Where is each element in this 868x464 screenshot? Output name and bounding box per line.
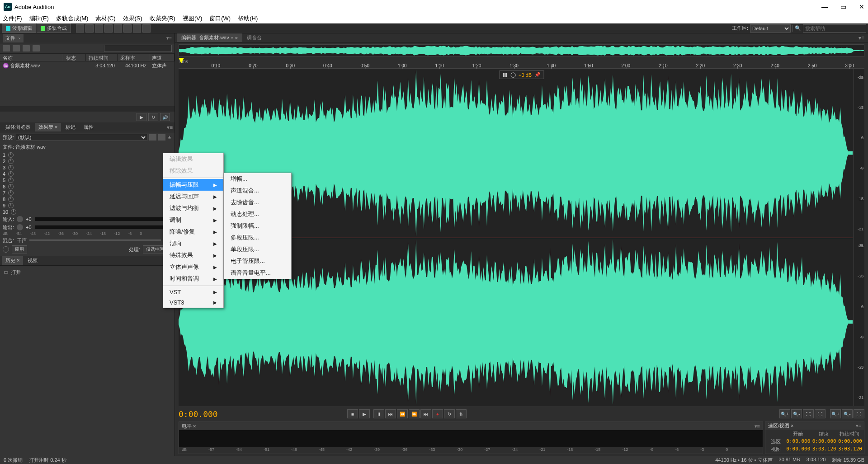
gain-hud[interactable]: ▮▮ ◯ +0 dB 📌: [499, 70, 544, 79]
zoom-full-icon[interactable]: ⛶: [803, 409, 814, 418]
preset-select[interactable]: (默认): [16, 134, 147, 141]
tab-video[interactable]: 视频: [24, 256, 41, 265]
panel-menu-icon[interactable]: ▾≡: [856, 423, 861, 429]
ctx-edit-effect[interactable]: 编辑效果: [163, 153, 223, 165]
ctx-item[interactable]: 振幅与压限▶: [163, 179, 223, 191]
tab-markers[interactable]: 标记: [62, 123, 79, 131]
menu-help[interactable]: 帮助(H): [238, 14, 258, 23]
delete-preset-icon[interactable]: [158, 134, 165, 141]
power-icon[interactable]: [8, 152, 14, 158]
forward-button[interactable]: ⏩: [409, 409, 420, 418]
col-name[interactable]: 名称: [0, 54, 63, 61]
time-ruler[interactable]: hms 0:100:200:300:400:501:001:101:201:30…: [179, 58, 864, 69]
power-icon[interactable]: [8, 165, 14, 170]
mixer-tab[interactable]: 调音台: [242, 33, 266, 42]
submenu-item[interactable]: 声道混合...: [224, 185, 291, 197]
menu-edit[interactable]: 编辑(E): [29, 14, 49, 23]
submenu-item[interactable]: 去除齿音...: [224, 197, 291, 208]
effect-slot[interactable]: 7▶: [0, 190, 175, 196]
effect-slot[interactable]: 1▶: [0, 152, 175, 158]
ctx-item[interactable]: 延迟与回声▶: [163, 191, 223, 202]
menu-view[interactable]: 视图(V): [183, 14, 202, 23]
pause-button[interactable]: ⏸: [373, 409, 384, 418]
col-duration[interactable]: 持续时间: [86, 54, 118, 61]
panel-menu-icon[interactable]: ▾≡: [167, 124, 173, 131]
bypass-toggle-icon[interactable]: ★: [167, 135, 172, 141]
files-tab[interactable]: 文件 ×: [3, 34, 24, 42]
mode-multitrack-tab[interactable]: 多轨合成: [37, 23, 71, 33]
minimize-button[interactable]: —: [821, 3, 828, 10]
effect-slot[interactable]: 5▶: [0, 177, 175, 183]
submenu-item[interactable]: 增幅...: [224, 173, 291, 185]
menu-clip[interactable]: 素材(C): [95, 14, 115, 23]
submenu-item[interactable]: 多段压限...: [224, 232, 291, 244]
effect-slot[interactable]: 10▶: [0, 209, 175, 215]
mix-slider[interactable]: [29, 239, 161, 241]
ctx-item[interactable]: 降噪/修复▶: [163, 226, 223, 238]
preview-play-button[interactable]: ▶: [137, 113, 146, 121]
col-channels[interactable]: 声道: [149, 54, 175, 61]
apply-button[interactable]: 应用: [12, 245, 27, 253]
submenu-item[interactable]: 强制限幅...: [224, 220, 291, 232]
editor-file-tab[interactable]: 编辑器: 音频素材.wav▾×: [177, 33, 242, 42]
waveform-overview[interactable]: [179, 44, 864, 57]
tool-marquee[interactable]: [114, 24, 122, 33]
zoom-in-icon[interactable]: 🔍+: [779, 409, 790, 418]
tool-time-select[interactable]: [104, 24, 113, 33]
close-button[interactable]: ✕: [859, 3, 864, 10]
panel-menu-icon[interactable]: ▾≡: [755, 423, 760, 429]
ctx-item[interactable]: 调制▶: [163, 214, 223, 226]
col-samplerate[interactable]: 采样率: [118, 54, 149, 61]
help-search-input[interactable]: [803, 24, 866, 33]
sel-value[interactable]: 3:03.120: [811, 446, 836, 453]
power-icon[interactable]: [8, 197, 14, 202]
panel-menu-icon[interactable]: ▾≡: [857, 35, 866, 41]
stop-button[interactable]: ■: [347, 409, 358, 418]
mode-waveform-tab[interactable]: 波形编辑: [2, 23, 36, 33]
levels-tab[interactable]: 电平 ×: [182, 423, 196, 430]
ctx-item[interactable]: 混响▶: [163, 238, 223, 249]
menu-favorites[interactable]: 收藏夹(R): [150, 14, 175, 23]
menu-file[interactable]: 文件(F): [3, 14, 22, 23]
close-file-icon[interactable]: [33, 45, 40, 52]
tool-slip[interactable]: [95, 24, 103, 33]
effect-slot[interactable]: 2▶: [0, 158, 175, 164]
sel-value[interactable]: 0:00.000: [785, 446, 810, 453]
open-file-icon[interactable]: [3, 45, 10, 52]
submenu-item[interactable]: 动态处理...: [224, 208, 291, 220]
effect-slot[interactable]: 6▶: [0, 183, 175, 190]
ctx-item[interactable]: 特殊效果▶: [163, 249, 223, 261]
power-icon[interactable]: [8, 178, 14, 183]
preview-autoplay-button[interactable]: 🔊: [160, 113, 170, 121]
power-icon[interactable]: [8, 190, 14, 196]
zoom-out-amp-icon[interactable]: 🔍-: [842, 409, 853, 418]
ctx-remove-effect[interactable]: 移除效果: [163, 165, 223, 177]
goto-start-button[interactable]: ⏮: [385, 409, 396, 418]
menu-effects[interactable]: 效果(S): [123, 14, 142, 23]
skip-selection-button[interactable]: ⇅: [456, 409, 467, 418]
ctx-vst3[interactable]: VST3▶: [163, 297, 223, 308]
new-file-icon[interactable]: [13, 45, 20, 52]
menu-multitrack[interactable]: 多轨合成(M): [56, 14, 89, 23]
rewind-button[interactable]: ⏪: [397, 409, 408, 418]
save-preset-icon[interactable]: [149, 134, 156, 141]
tab-media-browser[interactable]: 媒体浏览器: [2, 123, 34, 131]
submenu-item[interactable]: 电子管压限...: [224, 255, 291, 267]
maximize-button[interactable]: ▭: [840, 3, 846, 10]
zoom-out-icon[interactable]: 🔍-: [791, 409, 802, 418]
effect-slot[interactable]: 3▶: [0, 164, 175, 171]
record-button[interactable]: ●: [432, 409, 443, 418]
zoom-selection-icon[interactable]: ⛶: [815, 409, 826, 418]
sel-value[interactable]: 3:03.120: [837, 446, 862, 453]
panel-menu-icon[interactable]: ▾≡: [166, 35, 172, 41]
effect-slot[interactable]: 8▶: [0, 196, 175, 202]
power-icon[interactable]: [8, 159, 14, 164]
tool-heal[interactable]: [142, 24, 151, 33]
tool-razor[interactable]: [85, 24, 94, 33]
power-icon[interactable]: [8, 184, 14, 189]
ctx-vst[interactable]: VST▶: [163, 287, 223, 297]
submenu-item[interactable]: 单段压限...: [224, 244, 291, 255]
power-icon[interactable]: [8, 171, 14, 177]
tool-move[interactable]: [76, 24, 84, 33]
effect-slot[interactable]: 4▶: [0, 171, 175, 177]
